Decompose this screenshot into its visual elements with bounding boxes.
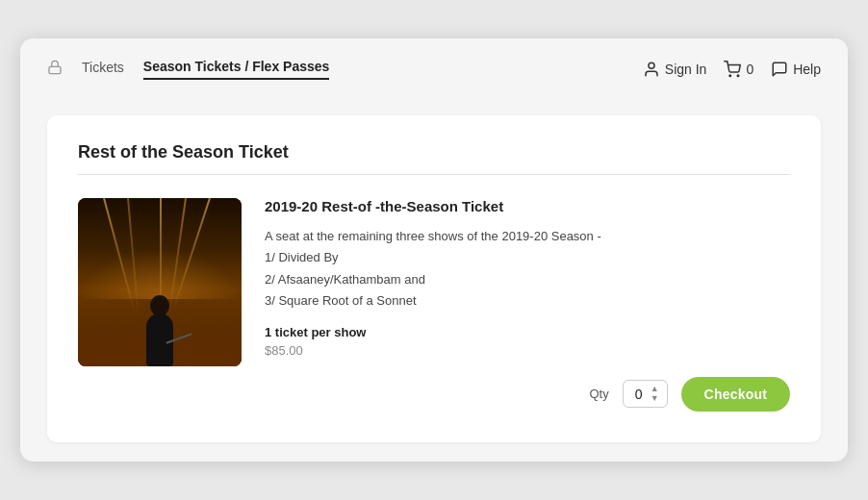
product-row: 2019-20 Rest-of -the-Season Ticket A sea… [78,198,790,411]
cart-icon [724,61,741,78]
qty-input[interactable]: 0 ▲ ▼ [623,380,668,408]
qty-down-arrow[interactable]: ▼ [651,394,659,403]
card-title: Rest of the Season Ticket [78,142,790,162]
nav-tickets-link[interactable]: Tickets [82,60,124,79]
help-button[interactable]: Help [771,61,821,78]
product-per-show: 1 ticket per show [265,325,790,339]
main-card: Rest of the Season Ticket [47,115,821,441]
product-image [78,198,242,366]
svg-point-3 [738,75,740,77]
cart-count: 0 [746,62,753,77]
qty-arrows[interactable]: ▲ ▼ [651,385,659,403]
help-icon [771,61,788,78]
qty-value: 0 [631,387,647,402]
product-description: A seat at the remaining three shows of t… [265,226,790,311]
svg-rect-0 [49,67,61,74]
nav-season-tickets-link[interactable]: Season Tickets / Flex Passes [143,59,330,80]
product-price: $85.00 [265,343,790,358]
sign-in-button[interactable]: Sign In [643,61,707,78]
navigation: Tickets Season Tickets / Flex Passes Sig… [20,38,848,100]
lock-icon [47,60,63,79]
nav-right: Sign In 0 Help [643,61,821,78]
product-title: 2019-20 Rest-of -the-Season Ticket [265,198,790,214]
divider [78,174,790,175]
svg-point-2 [729,75,731,77]
user-icon [643,61,660,78]
help-label: Help [793,62,821,77]
checkout-button[interactable]: Checkout [681,377,790,412]
qty-checkout-row: Qty 0 ▲ ▼ Checkout [265,377,790,412]
product-info: 2019-20 Rest-of -the-Season Ticket A sea… [265,198,790,411]
sign-in-label: Sign In [665,62,707,77]
cart-button[interactable]: 0 [724,61,753,78]
qty-up-arrow[interactable]: ▲ [651,385,659,393]
nav-left: Tickets Season Tickets / Flex Passes [47,59,329,80]
qty-label: Qty [589,387,608,401]
svg-point-1 [649,63,654,69]
